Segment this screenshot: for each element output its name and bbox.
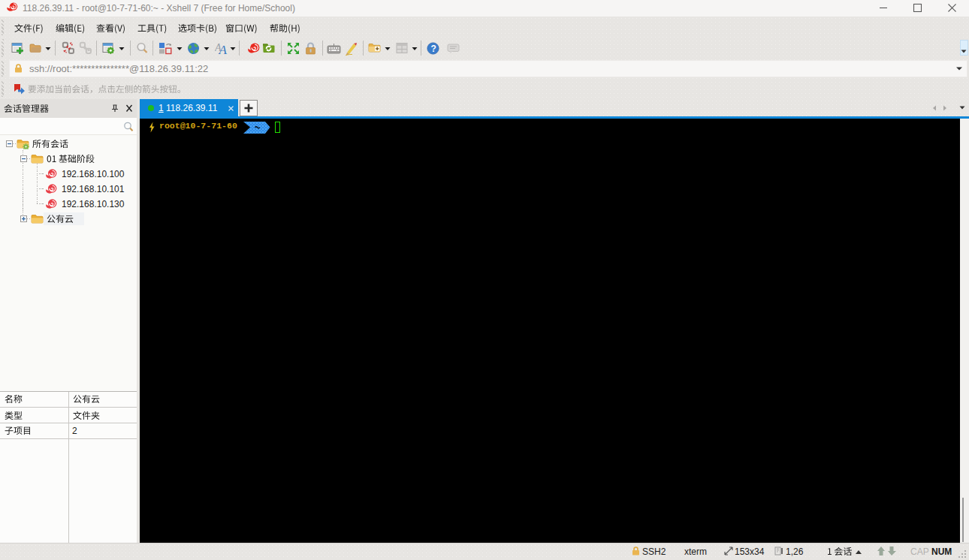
svg-text:A: A	[219, 43, 228, 55]
svg-text:?: ?	[431, 44, 436, 54]
